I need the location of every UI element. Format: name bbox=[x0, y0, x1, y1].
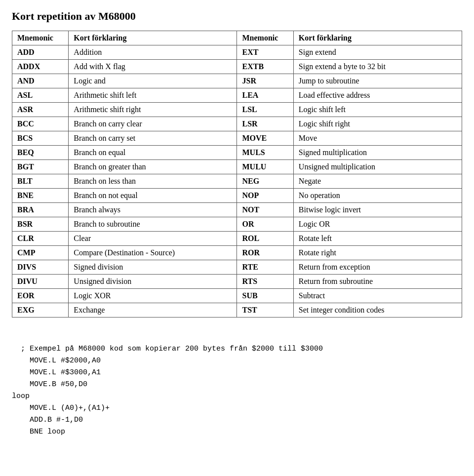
mnemonic-left: ASR bbox=[12, 103, 69, 117]
table-row: BRABranch alwaysNOTBitwise logic invert bbox=[12, 203, 462, 217]
table-row: EORLogic XORSUBSubtract bbox=[12, 289, 462, 303]
description-right: Set integer condition codes bbox=[293, 303, 462, 317]
description-left: Branch to subroutine bbox=[69, 217, 237, 232]
mnemonic-right: OR bbox=[237, 217, 293, 232]
col-header-description-1: Kort förklaring bbox=[69, 31, 237, 45]
code-line: MOVE.B #50,D0 bbox=[12, 379, 462, 391]
mnemonic-left: EXG bbox=[12, 303, 69, 317]
mnemonic-right: EXTB bbox=[237, 60, 293, 74]
description-right: Load effective address bbox=[293, 88, 462, 103]
table-row: DIVSSigned divisionRTEReturn from except… bbox=[12, 260, 462, 275]
description-right: Logic shift right bbox=[293, 117, 462, 131]
table-row: ANDLogic andJSRJump to subroutine bbox=[12, 74, 462, 88]
mnemonic-left: BEQ bbox=[12, 146, 69, 160]
code-line: MOVE.L #$2000,A0 bbox=[12, 355, 462, 367]
mnemonics-table: Mnemonic Kort förklaring Mnemonic Kort f… bbox=[12, 31, 462, 317]
mnemonic-right: TST bbox=[237, 303, 293, 317]
table-row: CMPCompare (Destination - Source)RORRota… bbox=[12, 246, 462, 260]
description-right: Sign extend bbox=[293, 45, 462, 60]
mnemonic-right: JSR bbox=[237, 74, 293, 88]
description-left: Exchange bbox=[69, 303, 237, 317]
mnemonic-right: ROL bbox=[237, 232, 293, 246]
description-right: Bitwise logic invert bbox=[293, 203, 462, 217]
mnemonic-left: ASL bbox=[12, 88, 69, 103]
description-right: Logic OR bbox=[293, 217, 462, 232]
description-left: Branch on not equal bbox=[69, 189, 237, 203]
description-right: Signed multiplication bbox=[293, 146, 462, 160]
mnemonic-left: BGT bbox=[12, 160, 69, 174]
code-line: MOVE.L (A0)+,(A1)+ bbox=[12, 402, 462, 414]
description-left: Branch always bbox=[69, 203, 237, 217]
table-row: BCCBranch on carry clearLSRLogic shift r… bbox=[12, 117, 462, 131]
description-right: Unsigned multiplication bbox=[293, 160, 462, 174]
description-left: Branch on carry clear bbox=[69, 117, 237, 131]
mnemonic-left: CMP bbox=[12, 246, 69, 260]
mnemonic-left: DIVS bbox=[12, 260, 69, 275]
table-row: EXGExchangeTSTSet integer condition code… bbox=[12, 303, 462, 317]
col-header-mnemonic-1: Mnemonic bbox=[12, 31, 69, 45]
code-lines: MOVE.L #$2000,A0 MOVE.L #$3000,A1 MOVE.B… bbox=[12, 355, 462, 438]
mnemonic-right: SUB bbox=[237, 289, 293, 303]
description-left: Branch on equal bbox=[69, 146, 237, 160]
mnemonic-left: ADD bbox=[12, 45, 69, 60]
mnemonic-right: MOVE bbox=[237, 131, 293, 146]
mnemonic-left: EOR bbox=[12, 289, 69, 303]
description-right: Jump to subroutine bbox=[293, 74, 462, 88]
table-row: ADDAdditionEXTSign extend bbox=[12, 45, 462, 60]
mnemonic-left: DIVU bbox=[12, 275, 69, 289]
mnemonic-right: LEA bbox=[237, 88, 293, 103]
mnemonic-left: BCC bbox=[12, 117, 69, 131]
description-right: No operation bbox=[293, 189, 462, 203]
table-row: DIVUUnsigned divisionRTSReturn from subr… bbox=[12, 275, 462, 289]
description-left: Unsigned division bbox=[69, 275, 237, 289]
mnemonic-right: NEG bbox=[237, 174, 293, 189]
mnemonic-left: CLR bbox=[12, 232, 69, 246]
mnemonic-right: LSL bbox=[237, 103, 293, 117]
description-left: Arithmetic shift left bbox=[69, 88, 237, 103]
mnemonic-left: BCS bbox=[12, 131, 69, 146]
mnemonic-left: BSR bbox=[12, 217, 69, 232]
mnemonic-left: BRA bbox=[12, 203, 69, 217]
description-left: Logic XOR bbox=[69, 289, 237, 303]
table-row: ASRArithmetic shift rightLSLLogic shift … bbox=[12, 103, 462, 117]
description-right: Logic shift left bbox=[293, 103, 462, 117]
mnemonic-right: RTE bbox=[237, 260, 293, 275]
mnemonic-right: EXT bbox=[237, 45, 293, 60]
page-title: Kort repetition av M68000 bbox=[12, 10, 462, 23]
table-row: ADDXAdd with X flagEXTBSign extend a byt… bbox=[12, 60, 462, 74]
description-left: Clear bbox=[69, 232, 237, 246]
description-right: Return from exception bbox=[293, 260, 462, 275]
description-left: Signed division bbox=[69, 260, 237, 275]
code-line: MOVE.L #$3000,A1 bbox=[12, 367, 462, 379]
table-row: BEQBranch on equalMULSSigned multiplicat… bbox=[12, 146, 462, 160]
description-left: Branch on less than bbox=[69, 174, 237, 189]
table-row: BGTBranch on greater thanMULUUnsigned mu… bbox=[12, 160, 462, 174]
mnemonic-left: BNE bbox=[12, 189, 69, 203]
description-left: Logic and bbox=[69, 74, 237, 88]
mnemonic-right: RTS bbox=[237, 275, 293, 289]
description-right: Subtract bbox=[293, 289, 462, 303]
description-right: Rotate right bbox=[293, 246, 462, 260]
mnemonic-left: ADDX bbox=[12, 60, 69, 74]
description-right: Rotate left bbox=[293, 232, 462, 246]
table-row: BSRBranch to subroutineORLogic OR bbox=[12, 217, 462, 232]
description-right: Negate bbox=[293, 174, 462, 189]
description-left: Branch on greater than bbox=[69, 160, 237, 174]
col-header-mnemonic-2: Mnemonic bbox=[237, 31, 293, 45]
mnemonic-right: NOT bbox=[237, 203, 293, 217]
mnemonic-right: MULU bbox=[237, 160, 293, 174]
description-right: Return from subroutine bbox=[293, 275, 462, 289]
table-row: BNEBranch on not equalNOPNo operation bbox=[12, 189, 462, 203]
table-row: BLTBranch on less thanNEGNegate bbox=[12, 174, 462, 189]
description-right: Sign extend a byte to 32 bit bbox=[293, 60, 462, 74]
code-comment: ; Exempel på M68000 kod som kopierar 200… bbox=[21, 345, 323, 353]
description-left: Compare (Destination - Source) bbox=[69, 246, 237, 260]
mnemonic-left: BLT bbox=[12, 174, 69, 189]
mnemonic-left: AND bbox=[12, 74, 69, 88]
code-line: BNE loop bbox=[12, 426, 462, 438]
mnemonic-right: ROR bbox=[237, 246, 293, 260]
mnemonic-right: NOP bbox=[237, 189, 293, 203]
description-left: Arithmetic shift right bbox=[69, 103, 237, 117]
mnemonic-right: MULS bbox=[237, 146, 293, 160]
col-header-description-2: Kort förklaring bbox=[293, 31, 462, 45]
